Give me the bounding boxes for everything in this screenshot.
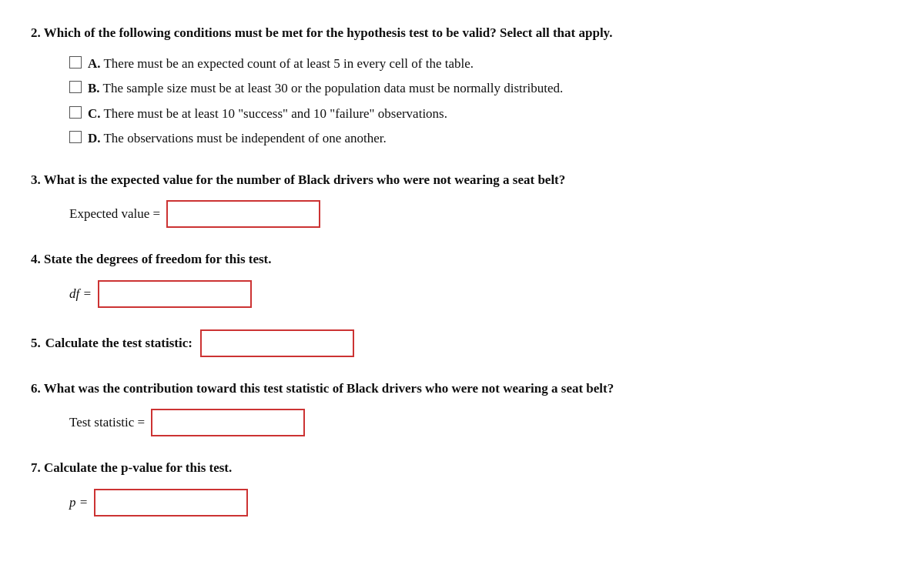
q2-option-a[interactable]: A. There must be an expected count of at… bbox=[69, 54, 893, 74]
q5-input[interactable] bbox=[200, 329, 354, 357]
q2-option-b[interactable]: B. The sample size must be at least 30 o… bbox=[69, 79, 893, 99]
q3-label: Expected value = bbox=[69, 206, 160, 222]
q5-text: Calculate the test statistic: bbox=[45, 336, 192, 351]
q6-input[interactable] bbox=[151, 409, 305, 436]
q4-label: df = bbox=[69, 286, 92, 302]
question-3: 3. What is the expected value for the nu… bbox=[31, 170, 893, 229]
q7-answer-row: p = bbox=[31, 489, 893, 516]
checkbox-c[interactable] bbox=[69, 106, 82, 119]
q2-title: 2. Which of the following conditions mus… bbox=[31, 23, 893, 43]
q2-options: A. There must be an expected count of at… bbox=[31, 54, 893, 149]
q7-input[interactable] bbox=[94, 489, 248, 516]
question-7: 7. Calculate the p-value for this test. … bbox=[31, 458, 893, 516]
q4-title: 4. State the degrees of freedom for this… bbox=[31, 249, 893, 269]
q2-option-c[interactable]: C. There must be at least 10 "success" a… bbox=[69, 104, 893, 124]
q3-input[interactable] bbox=[166, 200, 320, 228]
checkbox-a[interactable] bbox=[69, 56, 82, 69]
q5-row: 5. Calculate the test statistic: bbox=[31, 329, 893, 357]
q6-label: Test statistic = bbox=[69, 415, 145, 430]
q7-title: 7. Calculate the p-value for this test. bbox=[31, 458, 893, 478]
question-5: 5. Calculate the test statistic: bbox=[31, 329, 893, 357]
question-6: 6. What was the contribution toward this… bbox=[31, 379, 893, 437]
q6-answer-row: Test statistic = bbox=[31, 409, 893, 436]
checkbox-d[interactable] bbox=[69, 131, 82, 143]
q2-option-d[interactable]: D. The observations must be independent … bbox=[69, 129, 893, 149]
q5-number: 5. bbox=[31, 336, 41, 351]
q4-input[interactable] bbox=[98, 280, 252, 308]
q7-label: p = bbox=[69, 495, 88, 510]
q3-title: 3. What is the expected value for the nu… bbox=[31, 170, 893, 190]
checkbox-b[interactable] bbox=[69, 81, 82, 93]
q6-title: 6. What was the contribution toward this… bbox=[31, 379, 893, 399]
question-2: 2. Which of the following conditions mus… bbox=[31, 23, 893, 149]
q4-answer-row: df = bbox=[31, 280, 893, 308]
question-4: 4. State the degrees of freedom for this… bbox=[31, 249, 893, 308]
q3-answer-row: Expected value = bbox=[31, 200, 893, 228]
